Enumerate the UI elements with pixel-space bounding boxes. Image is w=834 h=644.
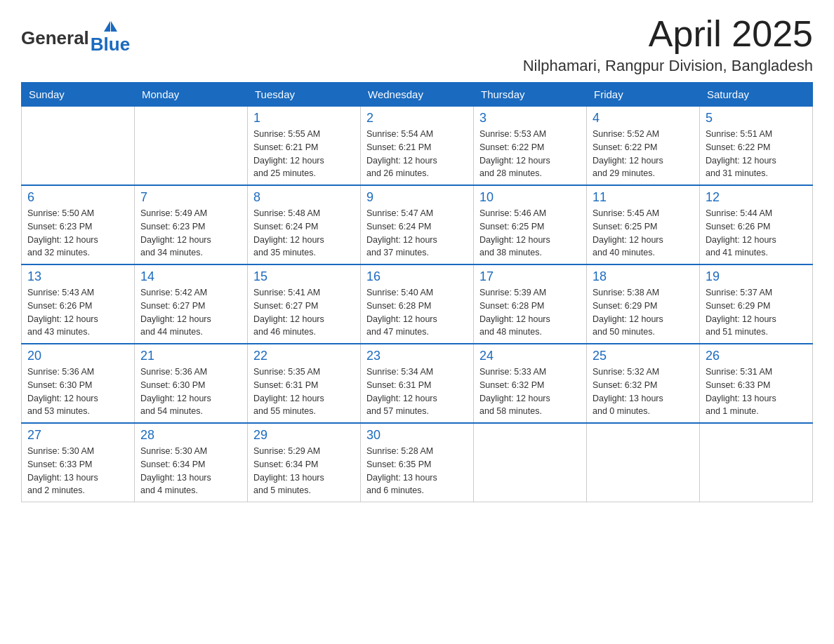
day-info: Sunrise: 5:53 AM Sunset: 6:22 PM Dayligh… (479, 128, 581, 180)
day-info: Sunrise: 5:42 AM Sunset: 6:27 PM Dayligh… (140, 286, 241, 339)
day-info: Sunrise: 5:55 AM Sunset: 6:21 PM Dayligh… (253, 128, 355, 180)
day-info: Sunrise: 5:36 AM Sunset: 6:30 PM Dayligh… (27, 365, 128, 418)
day-number: 4 (593, 111, 694, 126)
calendar-cell: 13Sunrise: 5:43 AM Sunset: 6:26 PM Dayli… (22, 264, 135, 344)
day-number: 24 (479, 349, 581, 363)
day-number: 19 (706, 269, 807, 284)
weekday-header-thursday: Thursday (474, 83, 587, 107)
calendar-cell: 28Sunrise: 5:30 AM Sunset: 6:34 PM Dayli… (135, 423, 248, 502)
day-number: 5 (706, 111, 807, 126)
calendar-cell: 23Sunrise: 5:34 AM Sunset: 6:31 PM Dayli… (361, 344, 474, 423)
day-number: 13 (27, 269, 128, 284)
day-info: Sunrise: 5:30 AM Sunset: 6:33 PM Dayligh… (27, 445, 128, 497)
calendar-cell: 20Sunrise: 5:36 AM Sunset: 6:30 PM Dayli… (22, 344, 135, 423)
day-info: Sunrise: 5:33 AM Sunset: 6:32 PM Dayligh… (479, 365, 581, 418)
day-info: Sunrise: 5:51 AM Sunset: 6:22 PM Dayligh… (706, 128, 807, 180)
day-number: 30 (366, 428, 468, 443)
calendar-cell: 5Sunrise: 5:51 AM Sunset: 6:22 PM Daylig… (700, 107, 813, 186)
weekday-header-saturday: Saturday (700, 83, 813, 107)
calendar-cell (22, 107, 135, 186)
month-title: April 2025 (523, 14, 813, 54)
day-info: Sunrise: 5:49 AM Sunset: 6:23 PM Dayligh… (140, 207, 241, 260)
calendar-cell: 15Sunrise: 5:41 AM Sunset: 6:27 PM Dayli… (248, 264, 361, 344)
calendar-cell: 11Sunrise: 5:45 AM Sunset: 6:25 PM Dayli… (587, 185, 700, 264)
calendar-cell: 2Sunrise: 5:54 AM Sunset: 6:21 PM Daylig… (361, 107, 474, 186)
calendar-cell: 8Sunrise: 5:48 AM Sunset: 6:24 PM Daylig… (248, 185, 361, 264)
weekday-header-wednesday: Wednesday (361, 83, 474, 107)
calendar-cell (587, 423, 700, 502)
day-number: 6 (27, 190, 128, 205)
calendar-cell: 1Sunrise: 5:55 AM Sunset: 6:21 PM Daylig… (248, 107, 361, 186)
calendar-cell: 10Sunrise: 5:46 AM Sunset: 6:25 PM Dayli… (474, 185, 587, 264)
day-info: Sunrise: 5:30 AM Sunset: 6:34 PM Dayligh… (140, 445, 241, 497)
calendar-cell: 16Sunrise: 5:40 AM Sunset: 6:28 PM Dayli… (361, 264, 474, 344)
day-info: Sunrise: 5:28 AM Sunset: 6:35 PM Dayligh… (366, 445, 468, 497)
weekday-header-sunday: Sunday (22, 83, 135, 107)
day-number: 10 (479, 190, 581, 205)
calendar-cell: 17Sunrise: 5:39 AM Sunset: 6:28 PM Dayli… (474, 264, 587, 344)
day-number: 2 (366, 111, 468, 126)
calendar-week-1: 1Sunrise: 5:55 AM Sunset: 6:21 PM Daylig… (22, 107, 813, 186)
weekday-header-row: SundayMondayTuesdayWednesdayThursdayFrid… (22, 83, 813, 107)
day-info: Sunrise: 5:43 AM Sunset: 6:26 PM Dayligh… (27, 286, 128, 339)
day-number: 26 (706, 349, 807, 363)
day-info: Sunrise: 5:52 AM Sunset: 6:22 PM Dayligh… (593, 128, 694, 180)
day-info: Sunrise: 5:35 AM Sunset: 6:31 PM Dayligh… (253, 365, 355, 418)
day-info: Sunrise: 5:36 AM Sunset: 6:30 PM Dayligh… (140, 365, 241, 418)
day-number: 28 (140, 428, 241, 443)
calendar-cell: 29Sunrise: 5:29 AM Sunset: 6:34 PM Dayli… (248, 423, 361, 502)
calendar-cell: 4Sunrise: 5:52 AM Sunset: 6:22 PM Daylig… (587, 107, 700, 186)
day-info: Sunrise: 5:31 AM Sunset: 6:33 PM Dayligh… (706, 365, 807, 418)
calendar-cell: 26Sunrise: 5:31 AM Sunset: 6:33 PM Dayli… (700, 344, 813, 423)
calendar-cell: 24Sunrise: 5:33 AM Sunset: 6:32 PM Dayli… (474, 344, 587, 423)
day-info: Sunrise: 5:54 AM Sunset: 6:21 PM Dayligh… (366, 128, 468, 180)
day-info: Sunrise: 5:41 AM Sunset: 6:27 PM Dayligh… (253, 286, 355, 339)
calendar-cell (474, 423, 587, 502)
calendar-cell: 6Sunrise: 5:50 AM Sunset: 6:23 PM Daylig… (22, 185, 135, 264)
title-area: April 2025 Nilphamari, Rangpur Division,… (523, 14, 813, 75)
day-info: Sunrise: 5:46 AM Sunset: 6:25 PM Dayligh… (479, 207, 581, 260)
weekday-header-friday: Friday (587, 83, 700, 107)
day-info: Sunrise: 5:29 AM Sunset: 6:34 PM Dayligh… (253, 445, 355, 497)
day-number: 16 (366, 269, 468, 284)
calendar-week-5: 27Sunrise: 5:30 AM Sunset: 6:33 PM Dayli… (22, 423, 813, 502)
calendar-cell (700, 423, 813, 502)
logo-blue-text: Blue (91, 34, 130, 55)
day-info: Sunrise: 5:39 AM Sunset: 6:28 PM Dayligh… (479, 286, 581, 339)
day-number: 18 (593, 269, 694, 284)
day-info: Sunrise: 5:44 AM Sunset: 6:26 PM Dayligh… (706, 207, 807, 260)
day-number: 15 (253, 269, 355, 284)
calendar-week-4: 20Sunrise: 5:36 AM Sunset: 6:30 PM Dayli… (22, 344, 813, 423)
calendar-cell: 30Sunrise: 5:28 AM Sunset: 6:35 PM Dayli… (361, 423, 474, 502)
day-info: Sunrise: 5:32 AM Sunset: 6:32 PM Dayligh… (593, 365, 694, 418)
calendar-cell: 27Sunrise: 5:30 AM Sunset: 6:33 PM Dayli… (22, 423, 135, 502)
location-title: Nilphamari, Rangpur Division, Bangladesh (523, 57, 813, 75)
calendar-week-2: 6Sunrise: 5:50 AM Sunset: 6:23 PM Daylig… (22, 185, 813, 264)
calendar-cell: 12Sunrise: 5:44 AM Sunset: 6:26 PM Dayli… (700, 185, 813, 264)
day-number: 20 (27, 349, 128, 363)
day-number: 17 (479, 269, 581, 284)
calendar-cell (135, 107, 248, 186)
day-info: Sunrise: 5:47 AM Sunset: 6:24 PM Dayligh… (366, 207, 468, 260)
calendar-cell: 14Sunrise: 5:42 AM Sunset: 6:27 PM Dayli… (135, 264, 248, 344)
day-number: 3 (479, 111, 581, 126)
calendar-table: SundayMondayTuesdayWednesdayThursdayFrid… (21, 82, 813, 502)
weekday-header-tuesday: Tuesday (248, 83, 361, 107)
day-info: Sunrise: 5:48 AM Sunset: 6:24 PM Dayligh… (253, 207, 355, 260)
day-number: 29 (253, 428, 355, 443)
calendar-cell: 18Sunrise: 5:38 AM Sunset: 6:29 PM Dayli… (587, 264, 700, 344)
day-number: 12 (706, 190, 807, 205)
calendar-cell: 22Sunrise: 5:35 AM Sunset: 6:31 PM Dayli… (248, 344, 361, 423)
day-number: 14 (140, 269, 241, 284)
day-number: 9 (366, 190, 468, 205)
day-info: Sunrise: 5:37 AM Sunset: 6:29 PM Dayligh… (706, 286, 807, 339)
day-number: 11 (593, 190, 694, 205)
logo-general-text: General (21, 27, 89, 49)
day-number: 25 (593, 349, 694, 363)
day-number: 8 (253, 190, 355, 205)
day-info: Sunrise: 5:45 AM Sunset: 6:25 PM Dayligh… (593, 207, 694, 260)
calendar-cell: 25Sunrise: 5:32 AM Sunset: 6:32 PM Dayli… (587, 344, 700, 423)
day-number: 1 (253, 111, 355, 126)
calendar-cell: 9Sunrise: 5:47 AM Sunset: 6:24 PM Daylig… (361, 185, 474, 264)
day-info: Sunrise: 5:50 AM Sunset: 6:23 PM Dayligh… (27, 207, 128, 260)
